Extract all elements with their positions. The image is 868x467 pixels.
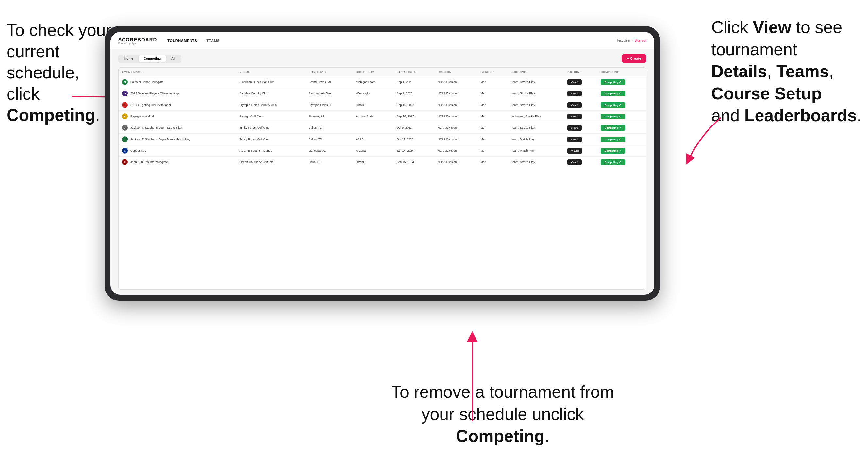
city-state-cell: Maricopa, AZ (305, 145, 352, 157)
hosted-by-cell: ABAC (352, 134, 394, 145)
col-competing: COMPETING (597, 68, 646, 76)
view-button[interactable]: View ℹ (567, 91, 581, 96)
venue-cell: American Dunes Golf Club (236, 76, 305, 88)
filter-tab-all[interactable]: All (166, 55, 181, 62)
competing-button[interactable]: Competing ✓ (601, 159, 625, 165)
competing-cell: Competing ✓ (597, 76, 646, 88)
col-scoring: SCORING (508, 68, 564, 76)
actions-cell: View ℹ (564, 122, 597, 134)
competing-button[interactable]: Competing ✓ (601, 136, 625, 142)
filter-tab-competing[interactable]: Competing (138, 55, 166, 62)
actions-cell: View ℹ (564, 111, 597, 122)
start-date-cell: Sep 4, 2023 (394, 76, 434, 88)
start-date-cell: Oct 9, 2023 (394, 122, 434, 134)
competing-button[interactable]: Competing ✓ (601, 80, 625, 85)
col-event-name: EVENT NAME (119, 68, 236, 76)
view-button[interactable]: View ℹ (567, 125, 581, 131)
hosted-by-cell (352, 122, 394, 134)
table-row: J Jackson T. Stephens Cup – Stroke Play … (119, 122, 646, 134)
scoring-cell: team, Stroke Play (508, 99, 564, 111)
actions-cell: View ℹ (564, 99, 597, 111)
team-logo: P (122, 114, 128, 119)
view-button[interactable]: View ℹ (567, 136, 581, 142)
event-name-cell: J Jackson T. Stephens Cup – Stroke Play (119, 122, 236, 134)
hosted-by-cell: Hawaii (352, 157, 394, 168)
start-date-cell: Sep 15, 2023 (394, 99, 434, 111)
start-date-cell: Feb 15, 2024 (394, 157, 434, 168)
competing-button[interactable]: Competing ✓ (601, 91, 625, 96)
venue-cell: Ocean Course At Hokuala (236, 157, 305, 168)
event-name: OFCC Fighting Illini Invitational (130, 103, 171, 106)
competing-button[interactable]: Competing ✓ (601, 114, 625, 119)
col-gender: GENDER (477, 68, 508, 76)
start-date-cell: Jan 14, 2024 (394, 145, 434, 157)
event-name-cell: I OFCC Fighting Illini Invitational (119, 99, 236, 111)
view-button[interactable]: View ℹ (567, 114, 581, 119)
start-date-cell: Sep 18, 2023 (394, 111, 434, 122)
division-cell: NCAA Division I (434, 145, 477, 157)
hosted-by-cell: Michigan State (352, 76, 394, 88)
venue-cell: Trinity Forest Golf Club (236, 134, 305, 145)
tablet-screen: SCOREBOARD Powered by clippi TOURNAMENTS… (111, 32, 654, 295)
competing-cell: Competing ✓ (597, 88, 646, 99)
gender-cell: Men (477, 99, 508, 111)
event-name: Folds of Honor Collegiate (130, 81, 164, 84)
col-actions: ACTIONS (564, 68, 597, 76)
filter-row: Home Competing All + Create (118, 54, 646, 63)
scoring-cell: team, Match Play (508, 134, 564, 145)
team-logo: M (122, 79, 128, 85)
filter-tab-home[interactable]: Home (119, 55, 138, 62)
scoring-cell: team, Match Play (508, 145, 564, 157)
col-division: DIVISION (434, 68, 477, 76)
tournament-table: EVENT NAME VENUE CITY, STATE HOSTED BY S… (119, 68, 646, 168)
nav-tournaments[interactable]: TOURNAMENTS (167, 38, 197, 42)
competing-cell: Competing ✓ (597, 111, 646, 122)
gender-cell: Men (477, 88, 508, 99)
scoring-cell: team, Stroke Play (508, 157, 564, 168)
scoreboard-brand: SCOREBOARD Powered by clippi (118, 37, 157, 44)
competing-button[interactable]: Competing ✓ (601, 102, 625, 108)
team-logo: A (122, 148, 128, 154)
gender-cell: Men (477, 122, 508, 134)
tournament-table-wrapper: EVENT NAME VENUE CITY, STATE HOSTED BY S… (118, 67, 646, 289)
view-button[interactable]: View ℹ (567, 80, 581, 85)
event-name: Jackson T. Stephens Cup – Men's Match Pl… (130, 137, 190, 141)
competing-button[interactable]: Competing ✓ (601, 148, 625, 154)
edit-button[interactable]: ✏ Edit (567, 148, 582, 154)
event-name: 2023 Sahalee Players Championship (130, 92, 179, 95)
event-name: John A. Burns Intercollegiate (130, 160, 168, 164)
signout-link[interactable]: Sign out (634, 38, 646, 42)
event-name: Papago Individual (130, 115, 154, 118)
table-row: A Copper Cup Ak-Chin Southern DunesMaric… (119, 145, 646, 157)
competing-cell: Competing ✓ (597, 157, 646, 168)
gender-cell: Men (477, 76, 508, 88)
user-label: Test User (617, 38, 630, 42)
tablet-frame: SCOREBOARD Powered by clippi TOURNAMENTS… (104, 26, 660, 301)
view-button[interactable]: View ℹ (567, 102, 581, 108)
hosted-by-cell: Arizona State (352, 111, 394, 122)
table-row: M Folds of Honor Collegiate American Dun… (119, 76, 646, 88)
city-state-cell: Olympia Fields, IL (305, 99, 352, 111)
create-button[interactable]: + Create (622, 54, 646, 63)
nav-teams[interactable]: TEAMS (206, 38, 220, 42)
city-state-cell: Lihue, HI (305, 157, 352, 168)
table-header-row: EVENT NAME VENUE CITY, STATE HOSTED BY S… (119, 68, 646, 76)
division-cell: NCAA Division I (434, 111, 477, 122)
venue-cell: Trinity Forest Golf Club (236, 122, 305, 134)
competing-button[interactable]: Competing ✓ (601, 125, 625, 131)
scoring-cell: individual, Stroke Play (508, 111, 564, 122)
event-name-cell: W 2023 Sahalee Players Championship (119, 88, 236, 99)
col-hosted-by: HOSTED BY (352, 68, 394, 76)
view-button[interactable]: View ℹ (567, 159, 581, 165)
annotation-top-right: Click View to see tournament Details, Te… (711, 16, 862, 127)
team-logo: J (122, 125, 128, 131)
table-row: P Papago Individual Papago Golf ClubPhoe… (119, 111, 646, 122)
city-state-cell: Dallas, TX (305, 134, 352, 145)
team-logo: W (122, 91, 128, 96)
brand-title: SCOREBOARD (118, 37, 157, 42)
start-date-cell: Oct 11, 2023 (394, 134, 434, 145)
actions-cell: View ℹ (564, 134, 597, 145)
event-name-cell: P Papago Individual (119, 111, 236, 122)
annotation-bottom: To remove a tournament from your schedul… (388, 381, 617, 447)
arrow-right (669, 114, 727, 167)
